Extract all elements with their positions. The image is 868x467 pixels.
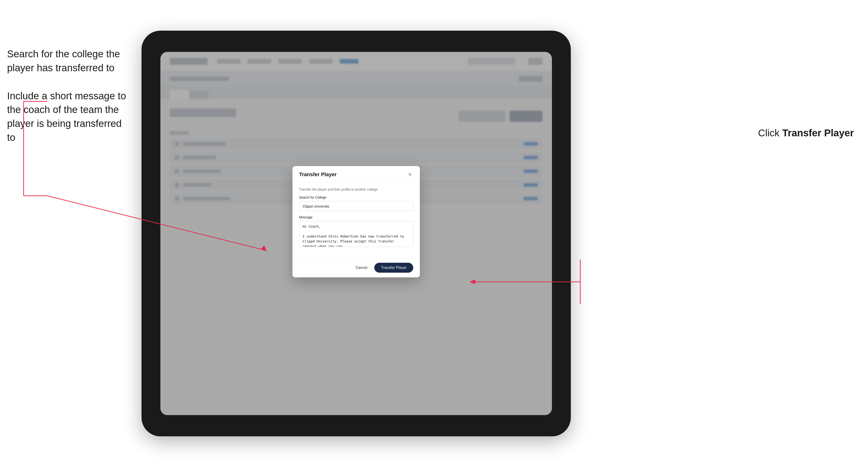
modal-footer: Cancel Transfer Player: [292, 259, 420, 277]
message-textarea[interactable]: Hi Coach, I understand Chris Robertson h…: [299, 221, 413, 247]
right-annotation-bold: Transfer Player: [782, 127, 854, 138]
search-college-label: Search for College: [299, 195, 413, 199]
modal-header: Transfer Player ✕: [292, 166, 420, 182]
modal-description: Transfer the player and their profile to…: [299, 187, 413, 191]
right-annotation: Click Transfer Player: [758, 127, 854, 139]
search-college-input[interactable]: [299, 201, 413, 211]
ipad-device: Transfer Player ✕ Transfer the player an…: [142, 31, 571, 436]
annotation-text-1: Search for the college the player has tr…: [7, 47, 132, 75]
left-annotations: Search for the college the player has tr…: [7, 47, 132, 159]
modal-body: Transfer the player and their profile to…: [292, 182, 420, 259]
modal-overlay: Transfer Player ✕ Transfer the player an…: [160, 52, 552, 415]
message-group: Message Hi Coach, I understand Chris Rob…: [299, 215, 413, 248]
cancel-button[interactable]: Cancel: [352, 263, 371, 272]
annotation-text-2: Include a short message to the coach of …: [7, 89, 132, 145]
ipad-screen: Transfer Player ✕ Transfer the player an…: [160, 52, 552, 415]
message-label: Message: [299, 215, 413, 219]
modal-close-button[interactable]: ✕: [407, 171, 413, 178]
transfer-player-modal: Transfer Player ✕ Transfer the player an…: [292, 166, 420, 277]
modal-title: Transfer Player: [299, 172, 337, 178]
search-college-group: Search for College: [299, 195, 413, 211]
right-annotation-prefix: Click: [758, 127, 782, 138]
transfer-player-button[interactable]: Transfer Player: [374, 263, 413, 273]
